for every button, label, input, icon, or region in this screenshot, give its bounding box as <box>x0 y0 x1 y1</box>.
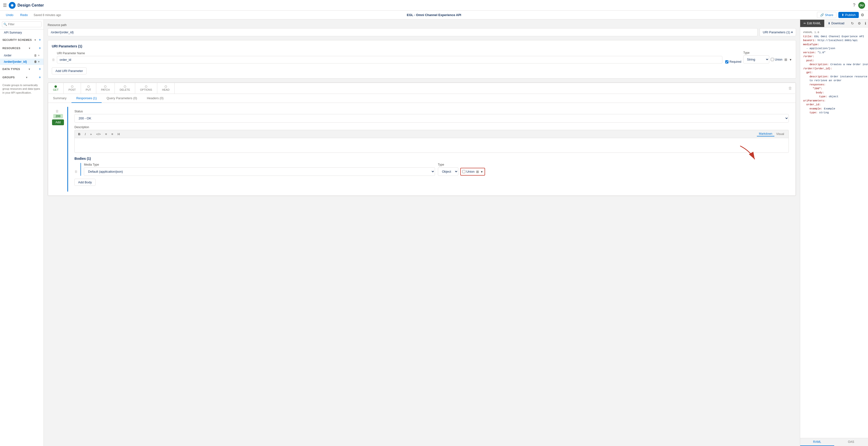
app-logo <box>9 2 16 9</box>
undo-button[interactable]: Undo <box>4 12 15 18</box>
add-security-button[interactable]: + <box>39 38 41 42</box>
method-tab-put[interactable]: PUT <box>81 83 96 94</box>
heading-button[interactable]: H <box>117 132 121 137</box>
refresh-icon[interactable]: ↻ <box>849 20 856 27</box>
raml-content[interactable]: #%RAML 1.0 title: EGL Omni Channel Exper… <box>800 28 868 438</box>
uri-param-name-input[interactable] <box>57 56 722 63</box>
publish-button[interactable]: ⬆ Publish <box>838 12 859 18</box>
app-title: Design Center <box>18 3 44 7</box>
hamburger-icon[interactable]: ☰ <box>3 3 7 8</box>
add-sub-icon[interactable]: + <box>38 54 40 57</box>
sidebar-item-api-summary[interactable]: API Summary <box>0 29 43 36</box>
sidebar-item-order-id[interactable]: /order/{order_id} 🗑 + <box>0 59 43 65</box>
trash-icon[interactable]: 🗑 <box>34 54 37 57</box>
quote-button[interactable]: » <box>89 132 93 137</box>
groups-description: Create groups to semantically group reso… <box>0 82 43 96</box>
security-schemes-header[interactable]: SECURITY SCHEMES ▼ + <box>0 36 43 44</box>
trash-icon[interactable]: 🗑 <box>34 60 37 63</box>
type-edit-icon[interactable]: ⊞ <box>784 57 788 62</box>
tabs-bar: Summary Responses (1) Query Parameters (… <box>48 94 796 103</box>
italic-button[interactable]: I <box>84 132 87 137</box>
resource-path-input[interactable] <box>48 28 757 36</box>
body-delete-icon[interactable]: 🗑 <box>74 170 78 173</box>
type-expand-icon[interactable]: ▾ <box>789 57 792 62</box>
bodies-media-select[interactable]: Default (application/json) application/x… <box>84 167 435 176</box>
data-types-label: DATA TYPES <box>2 68 20 70</box>
markdown-view-button[interactable]: Markdown <box>757 131 774 137</box>
desc-toolbar-left: B I » </> ≡ ≡ H <box>77 132 121 137</box>
uri-param-type-col: Type String Integer Boolean <box>743 51 792 63</box>
method-tab-options[interactable]: OPTIONS <box>135 83 157 94</box>
tab-raml[interactable]: RAML <box>800 438 834 446</box>
order-actions: 🗑 + <box>34 54 40 57</box>
bold-button[interactable]: B <box>77 132 81 137</box>
uri-params-title: URI Parameters (1) <box>52 44 792 48</box>
patch-dot <box>104 85 106 88</box>
chevron-down-icon: ▾ <box>791 30 793 34</box>
visual-view-button[interactable]: Visual <box>774 131 786 137</box>
ordered-list-button[interactable]: ≡ <box>104 132 108 137</box>
add-uri-param-button[interactable]: Add URI Parameter <box>52 67 87 75</box>
method-tab-get[interactable]: GET <box>48 83 64 94</box>
bodies-union-checkbox[interactable] <box>462 170 465 173</box>
add-sub-icon[interactable]: + <box>38 60 40 63</box>
share-button[interactable]: 🔗 Share <box>817 12 837 18</box>
tab-responses[interactable]: Responses (1) <box>71 94 102 103</box>
status-select[interactable]: 200 - OK 400 - Bad Request 404 - Not Fou… <box>74 114 789 123</box>
resources-header[interactable]: RESOURCES ▼ + <box>0 44 43 52</box>
required-checkbox[interactable] <box>725 60 728 63</box>
download-button[interactable]: ⬇ Download <box>825 20 847 27</box>
filter-input[interactable] <box>2 21 41 27</box>
groups-header[interactable]: GROUPS ▼ + <box>0 73 43 82</box>
tab-headers[interactable]: Headers (0) <box>142 94 168 103</box>
response-content: Status 200 - OK 400 - Bad Request 404 - … <box>71 107 792 191</box>
tab-oas[interactable]: OAS <box>834 438 868 446</box>
methods-bar: GET POST PUT PATCH DELETE <box>48 83 796 94</box>
info-icon[interactable]: ℹ <box>863 20 868 27</box>
uri-param-inputs: URI Parameter Name Required Type <box>57 51 792 63</box>
add-group-button[interactable]: + <box>39 75 41 80</box>
sidebar: 🔍 API Summary SECURITY SCHEMES ▼ + RESOU… <box>0 20 44 446</box>
uri-param-type-select[interactable]: String Integer Boolean <box>743 55 769 63</box>
api-summary-label: API Summary <box>4 31 40 34</box>
uri-params-button[interactable]: URI Parameters (1) ▾ <box>760 28 796 36</box>
tab-summary[interactable]: Summary <box>48 94 71 103</box>
settings-icon[interactable]: ⚙ <box>856 20 863 27</box>
bodies-type-edit-icon[interactable]: ⊞ <box>475 169 479 174</box>
redo-button[interactable]: Redo <box>18 12 30 18</box>
sidebar-item-order[interactable]: /order 🗑 + <box>0 52 43 59</box>
uri-param-fields: URI Parameter Name Required Type <box>57 51 792 63</box>
avatar[interactable]: DU <box>858 2 865 9</box>
description-content[interactable] <box>74 138 789 153</box>
method-tab-delete[interactable]: DELETE <box>115 83 135 94</box>
uri-param-name-col: URI Parameter Name <box>57 52 722 63</box>
unordered-list-button[interactable]: ≡ <box>111 132 114 137</box>
add-resource-button[interactable]: + <box>39 46 41 50</box>
help-button[interactable]: ? <box>853 3 855 8</box>
bodies-union-label: Union <box>466 170 475 173</box>
tab-query-params[interactable]: Query Parameters (0) <box>102 94 142 103</box>
edit-raml-button[interactable]: ✏ Edit RAML <box>800 20 825 27</box>
data-types-header[interactable]: DATA TYPES ▼ + <box>0 65 43 73</box>
bodies-type-select[interactable]: Object Array String <box>438 167 458 176</box>
chevron-icon: ▼ <box>28 47 31 50</box>
data-types-section: DATA TYPES ▼ + <box>0 65 43 73</box>
chevron-icon: ▼ <box>28 68 31 70</box>
method-tab-patch[interactable]: PATCH <box>96 83 115 94</box>
uri-param-delete-icon[interactable]: 🗑 <box>52 58 55 62</box>
add-data-type-button[interactable]: + <box>39 67 41 71</box>
union-checkbox[interactable] <box>771 58 774 61</box>
code-button[interactable]: </> <box>95 132 102 137</box>
add-body-button[interactable]: Add Body <box>74 179 95 186</box>
bodies-expand-icon[interactable]: ▾ <box>480 169 483 174</box>
uri-param-name-label: URI Parameter Name <box>57 52 722 55</box>
settings-button[interactable]: ⚙ <box>861 13 864 17</box>
method-delete-icon[interactable]: 🗑 <box>785 84 796 93</box>
add-response-button[interactable]: Add <box>52 119 64 125</box>
method-tab-post[interactable]: POST <box>64 83 81 94</box>
head-label: HEAD <box>162 88 170 91</box>
response-delete-icon[interactable]: 🗑 <box>56 109 59 113</box>
method-tab-head[interactable]: HEAD <box>157 83 175 94</box>
response-section: 🗑 200 Add Status 200 - OK 400 - Bad Requ… <box>48 103 796 196</box>
post-label: POST <box>68 88 76 91</box>
